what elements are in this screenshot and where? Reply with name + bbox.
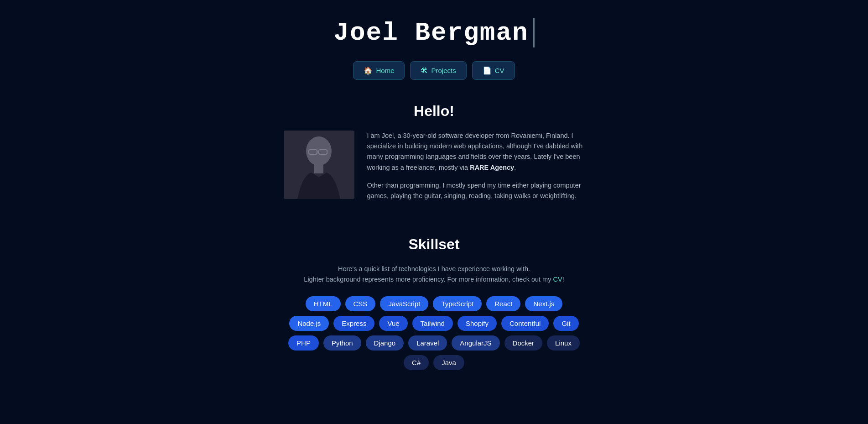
skill-tag-nodejs: Node.js bbox=[289, 316, 329, 331]
agency-link: RARE Agency bbox=[470, 164, 514, 171]
skill-tag-vue: Vue bbox=[379, 316, 407, 331]
skill-tag-angularjs: AngularJS bbox=[452, 335, 499, 351]
skill-tag-nextjs: Next.js bbox=[525, 296, 562, 311]
bio-paragraph-2: Other than programming, I mostly spend m… bbox=[367, 180, 585, 201]
nav-projects-label: Projects bbox=[431, 67, 456, 74]
bio-paragraph-1: I am Joel, a 30-year-old software develo… bbox=[367, 131, 585, 173]
skill-tag-tailwind: Tailwind bbox=[412, 316, 453, 331]
nav-projects-button[interactable]: 🛠 Projects bbox=[410, 61, 466, 80]
skill-tag-linux: Linux bbox=[547, 335, 580, 351]
hello-title: Hello! bbox=[284, 103, 585, 120]
skillset-desc-line2: Lighter background represents more profi… bbox=[284, 274, 585, 285]
skill-tag-shopify: Shopify bbox=[457, 316, 497, 331]
nav-cv-button[interactable]: 📄 CV bbox=[472, 61, 515, 80]
skill-tag-html: HTML bbox=[306, 296, 341, 311]
skill-tag-c#: C# bbox=[404, 355, 429, 370]
skill-tag-java: Java bbox=[433, 355, 464, 370]
profile-silhouette bbox=[284, 131, 354, 199]
profile-content: I am Joel, a 30-year-old software develo… bbox=[284, 131, 585, 209]
skill-tag-react: React bbox=[486, 296, 520, 311]
skill-tag-git: Git bbox=[553, 316, 578, 331]
skill-tag-css: CSS bbox=[345, 296, 376, 311]
skill-tag-laravel: Laravel bbox=[408, 335, 447, 351]
hammer-icon: 🛠 bbox=[421, 67, 428, 75]
skill-tag-python: Python bbox=[323, 335, 361, 351]
skill-tag-docker: Docker bbox=[504, 335, 543, 351]
page-title: Joel Bergman bbox=[333, 18, 534, 47]
skillset-section: Skillset Here's a quick list of technolo… bbox=[284, 236, 585, 370]
document-icon: 📄 bbox=[483, 66, 492, 75]
svg-rect-5 bbox=[314, 163, 323, 173]
skill-tag-php: PHP bbox=[288, 335, 319, 351]
skill-tag-contentful: Contentful bbox=[501, 316, 549, 331]
skills-container: HTMLCSSJavaScriptTypeScriptReactNext.jsN… bbox=[284, 296, 585, 370]
home-icon: 🏠 bbox=[364, 66, 373, 75]
skill-tag-typescript: TypeScript bbox=[433, 296, 482, 311]
nav-home-button[interactable]: 🏠 Home bbox=[353, 61, 405, 80]
skill-tag-javascript: JavaScript bbox=[380, 296, 428, 311]
skill-tag-express: Express bbox=[333, 316, 374, 331]
profile-photo bbox=[284, 131, 354, 199]
nav-bar: 🏠 Home 🛠 Projects 📄 CV bbox=[284, 61, 585, 80]
bio-text: I am Joel, a 30-year-old software develo… bbox=[367, 131, 585, 209]
cv-link[interactable]: CV bbox=[553, 276, 562, 283]
nav-cv-label: CV bbox=[495, 67, 504, 74]
skillset-title: Skillset bbox=[284, 236, 585, 253]
nav-home-label: Home bbox=[376, 67, 394, 74]
hello-section: Hello! I am Joel bbox=[284, 103, 585, 209]
skill-tag-django: Django bbox=[366, 335, 404, 351]
skillset-desc-line1: Here's a quick list of technologies I ha… bbox=[284, 264, 585, 274]
skillset-description: Here's a quick list of technologies I ha… bbox=[284, 264, 585, 285]
